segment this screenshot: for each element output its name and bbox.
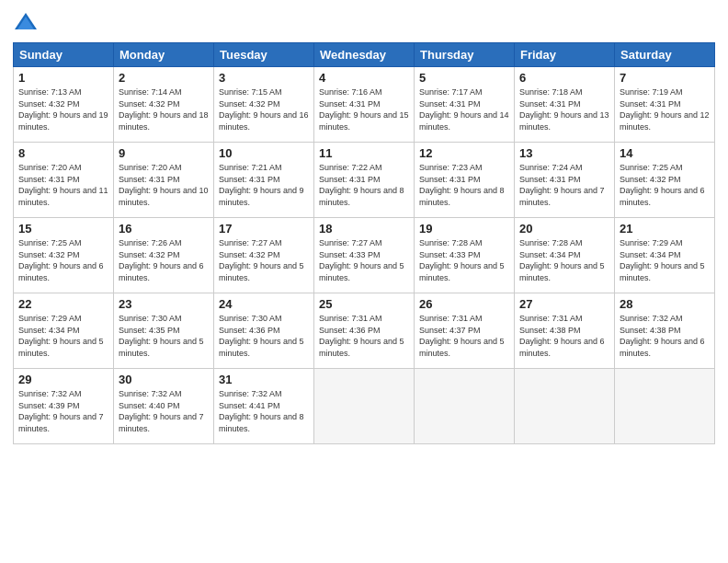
calendar-cell: 6 Sunrise: 7:18 AMSunset: 4:31 PMDayligh…: [515, 67, 615, 143]
day-info: Sunrise: 7:14 AMSunset: 4:32 PMDaylight:…: [119, 87, 209, 132]
day-number: 14: [620, 146, 710, 160]
day-number: 31: [219, 373, 309, 386]
day-info: Sunrise: 7:24 AMSunset: 4:31 PMDaylight:…: [519, 163, 605, 207]
calendar-cell: 21 Sunrise: 7:29 AMSunset: 4:34 PMDaylig…: [615, 218, 715, 293]
calendar-cell: 3 Sunrise: 7:15 AMSunset: 4:32 PMDayligh…: [214, 67, 314, 143]
calendar-cell: 28 Sunrise: 7:32 AMSunset: 4:38 PMDaylig…: [615, 293, 715, 369]
day-number: 12: [419, 146, 509, 160]
calendar-cell: 10 Sunrise: 7:21 AMSunset: 4:31 PMDaylig…: [214, 143, 314, 218]
day-number: 2: [119, 71, 209, 85]
day-info: Sunrise: 7:31 AMSunset: 4:36 PMDaylight:…: [319, 314, 404, 358]
day-number: 13: [519, 146, 609, 160]
calendar-cell: 16 Sunrise: 7:26 AMSunset: 4:32 PMDaylig…: [114, 218, 214, 293]
calendar-week-3: 15 Sunrise: 7:25 AMSunset: 4:32 PMDaylig…: [14, 218, 715, 293]
day-number: 28: [620, 297, 710, 311]
day-number: 11: [319, 146, 409, 160]
day-number: 19: [419, 222, 509, 236]
day-info: Sunrise: 7:31 AMSunset: 4:38 PMDaylight:…: [519, 314, 605, 358]
day-number: 1: [18, 71, 108, 85]
day-info: Sunrise: 7:32 AMSunset: 4:41 PMDaylight:…: [219, 389, 304, 433]
calendar-week-1: 1 Sunrise: 7:13 AMSunset: 4:32 PMDayligh…: [14, 67, 715, 143]
day-number: 15: [18, 222, 108, 236]
day-info: Sunrise: 7:30 AMSunset: 4:35 PMDaylight:…: [119, 314, 204, 358]
calendar-cell: 5 Sunrise: 7:17 AMSunset: 4:31 PMDayligh…: [415, 67, 515, 143]
day-number: 22: [18, 297, 108, 311]
day-info: Sunrise: 7:21 AMSunset: 4:31 PMDaylight:…: [219, 163, 304, 207]
day-info: Sunrise: 7:27 AMSunset: 4:32 PMDaylight:…: [219, 238, 304, 282]
calendar-cell: [615, 369, 715, 444]
calendar-cell: 31 Sunrise: 7:32 AMSunset: 4:41 PMDaylig…: [214, 369, 314, 444]
day-info: Sunrise: 7:15 AMSunset: 4:32 PMDaylight:…: [219, 87, 309, 132]
day-header-wednesday: Wednesday: [314, 43, 415, 67]
calendar-cell: 23 Sunrise: 7:30 AMSunset: 4:35 PMDaylig…: [114, 293, 214, 369]
day-number: 8: [18, 146, 108, 160]
calendar-cell: 19 Sunrise: 7:28 AMSunset: 4:33 PMDaylig…: [415, 218, 515, 293]
day-number: 9: [119, 146, 209, 160]
day-info: Sunrise: 7:25 AMSunset: 4:32 PMDaylight:…: [620, 163, 705, 207]
calendar-cell: 13 Sunrise: 7:24 AMSunset: 4:31 PMDaylig…: [515, 143, 615, 218]
day-info: Sunrise: 7:20 AMSunset: 4:31 PMDaylight:…: [18, 163, 108, 207]
day-info: Sunrise: 7:31 AMSunset: 4:37 PMDaylight:…: [419, 314, 505, 358]
calendar-cell: [314, 369, 415, 444]
day-number: 29: [18, 373, 108, 386]
day-number: 16: [119, 222, 209, 236]
day-number: 25: [319, 297, 409, 311]
day-info: Sunrise: 7:13 AMSunset: 4:32 PMDaylight:…: [18, 87, 108, 132]
calendar-week-5: 29 Sunrise: 7:32 AMSunset: 4:39 PMDaylig…: [14, 369, 715, 444]
day-number: 17: [219, 222, 309, 236]
day-info: Sunrise: 7:28 AMSunset: 4:34 PMDaylight:…: [519, 238, 605, 282]
calendar-table: SundayMondayTuesdayWednesdayThursdayFrid…: [13, 42, 715, 444]
day-number: 6: [519, 71, 609, 85]
logo: [13, 9, 42, 35]
day-info: Sunrise: 7:32 AMSunset: 4:39 PMDaylight:…: [18, 389, 104, 433]
calendar-cell: 20 Sunrise: 7:28 AMSunset: 4:34 PMDaylig…: [515, 218, 615, 293]
calendar-header-row: SundayMondayTuesdayWednesdayThursdayFrid…: [14, 43, 715, 67]
day-info: Sunrise: 7:17 AMSunset: 4:31 PMDaylight:…: [419, 87, 509, 132]
calendar-cell: 17 Sunrise: 7:27 AMSunset: 4:32 PMDaylig…: [214, 218, 314, 293]
day-info: Sunrise: 7:19 AMSunset: 4:31 PMDaylight:…: [620, 87, 710, 132]
day-info: Sunrise: 7:23 AMSunset: 4:31 PMDaylight:…: [419, 163, 505, 207]
calendar-cell: 24 Sunrise: 7:30 AMSunset: 4:36 PMDaylig…: [214, 293, 314, 369]
day-number: 23: [119, 297, 209, 311]
calendar-week-2: 8 Sunrise: 7:20 AMSunset: 4:31 PMDayligh…: [14, 143, 715, 218]
day-number: 30: [119, 373, 209, 386]
page-container: SundayMondayTuesdayWednesdayThursdayFrid…: [0, 0, 728, 450]
day-info: Sunrise: 7:16 AMSunset: 4:31 PMDaylight:…: [319, 87, 409, 132]
day-number: 26: [419, 297, 509, 311]
day-info: Sunrise: 7:32 AMSunset: 4:38 PMDaylight:…: [620, 314, 705, 358]
day-header-sunday: Sunday: [14, 43, 114, 67]
day-info: Sunrise: 7:18 AMSunset: 4:31 PMDaylight:…: [519, 87, 609, 132]
calendar-cell: 4 Sunrise: 7:16 AMSunset: 4:31 PMDayligh…: [314, 67, 415, 143]
calendar-cell: 30 Sunrise: 7:32 AMSunset: 4:40 PMDaylig…: [114, 369, 214, 444]
calendar-cell: 14 Sunrise: 7:25 AMSunset: 4:32 PMDaylig…: [615, 143, 715, 218]
calendar-cell: 1 Sunrise: 7:13 AMSunset: 4:32 PMDayligh…: [14, 67, 114, 143]
logo-icon: [13, 9, 39, 35]
day-header-tuesday: Tuesday: [214, 43, 314, 67]
day-number: 18: [319, 222, 409, 236]
day-number: 7: [620, 71, 710, 85]
day-number: 4: [319, 71, 409, 85]
day-number: 20: [519, 222, 609, 236]
day-info: Sunrise: 7:26 AMSunset: 4:32 PMDaylight:…: [119, 238, 204, 282]
day-info: Sunrise: 7:27 AMSunset: 4:33 PMDaylight:…: [319, 238, 404, 282]
calendar-cell: 18 Sunrise: 7:27 AMSunset: 4:33 PMDaylig…: [314, 218, 415, 293]
calendar-cell: [415, 369, 515, 444]
calendar-cell: 8 Sunrise: 7:20 AMSunset: 4:31 PMDayligh…: [14, 143, 114, 218]
day-info: Sunrise: 7:28 AMSunset: 4:33 PMDaylight:…: [419, 238, 505, 282]
calendar-cell: 12 Sunrise: 7:23 AMSunset: 4:31 PMDaylig…: [415, 143, 515, 218]
calendar-week-4: 22 Sunrise: 7:29 AMSunset: 4:34 PMDaylig…: [14, 293, 715, 369]
page-header: [13, 9, 715, 35]
day-info: Sunrise: 7:29 AMSunset: 4:34 PMDaylight:…: [18, 314, 104, 358]
calendar-cell: 9 Sunrise: 7:20 AMSunset: 4:31 PMDayligh…: [114, 143, 214, 218]
day-header-friday: Friday: [515, 43, 615, 67]
calendar-cell: 7 Sunrise: 7:19 AMSunset: 4:31 PMDayligh…: [615, 67, 715, 143]
day-info: Sunrise: 7:32 AMSunset: 4:40 PMDaylight:…: [119, 389, 204, 433]
day-number: 27: [519, 297, 609, 311]
day-header-monday: Monday: [114, 43, 214, 67]
calendar-cell: 2 Sunrise: 7:14 AMSunset: 4:32 PMDayligh…: [114, 67, 214, 143]
calendar-cell: 22 Sunrise: 7:29 AMSunset: 4:34 PMDaylig…: [14, 293, 114, 369]
day-number: 10: [219, 146, 309, 160]
calendar-cell: [515, 369, 615, 444]
day-info: Sunrise: 7:29 AMSunset: 4:34 PMDaylight:…: [620, 238, 705, 282]
calendar-cell: 27 Sunrise: 7:31 AMSunset: 4:38 PMDaylig…: [515, 293, 615, 369]
